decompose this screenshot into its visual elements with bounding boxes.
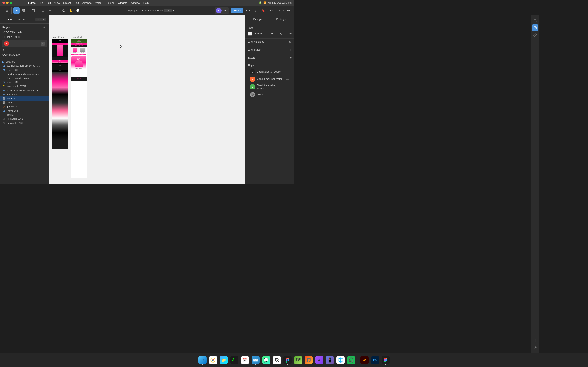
file-name[interactable]: EDM Design Plan [142,9,163,12]
page-item-4[interactable]: OOR TOOLBOX [0,53,49,57]
frame-tool[interactable] [30,7,36,14]
text-icon-sand: T [2,113,5,116]
shape-tool[interactable]: □ [40,7,46,14]
menu-figma[interactable]: Figma [28,1,35,4]
fullscreen-button[interactable] [10,2,12,4]
type-button[interactable]: A↑ [268,8,274,14]
layer-name-l7: 052dd0c023d9db3d52448875... [7,89,47,92]
menu-plugins[interactable]: Plugins [106,1,114,4]
layer-frame230[interactable]: ⊞ Frame 230 [0,92,49,96]
component-tool[interactable] [61,7,67,14]
present-button[interactable]: ▷ [253,8,259,14]
pen-tool[interactable] [47,7,53,14]
spell-plugin-close[interactable]: — [286,85,289,89]
layer-name-rect5162: Rectangle 5162 [7,118,47,120]
tab-assets[interactable]: Assets [15,17,27,22]
share-button[interactable]: Share [231,8,243,13]
local-styles-row: Local styles + [248,48,292,51]
plugin-item-spell[interactable]: S Check for spelling mistakes. — [248,83,292,91]
layer-text1[interactable]: T Don't miss your chance for ea... [0,72,49,76]
add-export[interactable]: + [290,56,292,59]
svg-rect-11 [4,99,5,100]
left-panel: Layers Assets NEXUS Pages + HYDREN/bruce… [0,16,49,184]
bookmark-button[interactable]: 🔖 [260,8,267,14]
page-color-swatch[interactable] [248,32,252,36]
pixels-plugin-close[interactable]: — [286,93,289,96]
plugin-item-marka[interactable]: M Marka Email Generator — [248,75,292,83]
email1-thumbnail[interactable]: BLACKFRIDAY IS COMING... GET EARLY ACCES… [52,39,68,149]
zoom-dropdown[interactable]: ▾ [283,9,284,12]
tool-group-shape: □ T ✋ 💬 [39,7,82,14]
layer-frame254[interactable]: ⊞ Frame 254 [0,109,49,113]
page-item-2[interactable]: PLEMENT MART [0,35,49,39]
menu-vector[interactable]: Vector [95,1,103,4]
layer-text2[interactable]: T This is going to be our [0,76,49,80]
page-item-1[interactable]: HYDREN/bruce bolt [0,30,49,35]
zoom-level[interactable]: 13% [276,9,281,12]
move-tool[interactable] [13,7,20,14]
tab-layers[interactable]: Layers [2,17,15,22]
comment-tool[interactable]: 💬 [75,7,81,14]
layer-name-text2: This is going to be our [7,77,47,79]
add-local-style[interactable]: + [290,48,292,51]
svg-rect-13 [4,101,5,102]
visibility-toggle[interactable]: 👁 [270,31,276,37]
pause-button[interactable]: ⏸ [41,42,45,46]
menu-object[interactable]: Object [63,1,71,4]
menu-help[interactable]: Help [143,1,149,4]
menu-view[interactable]: View [54,1,60,4]
close-color-icon[interactable]: ✕ [277,31,284,37]
select-tool[interactable] [20,7,27,14]
canvas[interactable]: Email #1 - R... BLACKFRIDAY IS COMING...… [49,16,245,184]
marka-plugin-close[interactable]: — [286,77,289,81]
menu-edit[interactable]: Edit [46,1,51,4]
plugin-section: Plugin Open Noise & Texture — M Marka Em… [245,62,294,100]
layer-frame231[interactable]: ⊞ Frame 231 [0,68,49,72]
text-tool[interactable]: T [54,7,60,14]
email2-thumbnail[interactable]: 40% EVERYTHING! YES! I WANT 40% OFF BEST… [71,39,87,178]
page-item-3[interactable]: S [0,48,49,53]
layer-rect5162[interactable]: □ Rectangle 5162 [0,117,49,121]
rect-icon-5161: □ [2,122,5,124]
menu-arrange[interactable]: Arrange [82,1,92,4]
user-avatar[interactable]: K [216,8,222,13]
export-row: Export + [248,56,292,59]
dropdown-icon[interactable]: ▾ [173,9,174,12]
home-button[interactable]: ⌂ [4,7,10,14]
code-button[interactable]: </> [245,8,251,14]
noise-plugin-close[interactable]: — [286,70,289,73]
project-name[interactable]: Team project [123,9,138,12]
plugin-item-noise[interactable]: Open Noise & Texture — [248,68,292,75]
email1-container[interactable]: Email #1 - R... BLACKFRIDAY IS COMING...… [52,36,68,149]
breadcrumb-separator: / [140,9,140,12]
tab-prototype[interactable]: Prototype [270,16,294,23]
minimize-button[interactable] [6,2,9,4]
local-variables-settings[interactable]: ⚙ [289,40,292,43]
layer-l1[interactable]: ⊞ 052dd0c023d9db3d52448875... [0,64,49,68]
avatar-dropdown[interactable]: ▾ [222,8,228,14]
layer-email1[interactable]: ⊞ Email #1 [0,60,49,64]
more-options[interactable]: ⋯ [285,8,292,14]
layer-text3[interactable]: T biggest sale EVER [0,84,49,88]
hand-tool[interactable]: ✋ [68,7,74,14]
email2-container[interactable]: Email #2 - L... 40% EVERYTHING! YES! I W… [71,36,87,178]
tab-design[interactable]: Design [245,16,270,23]
add-page-button[interactable]: + [42,25,46,29]
toolbar: ⌂ □ T ✋ 💬 Team project / EDM Design Plan… [0,6,294,16]
menu-widgets[interactable]: Widgets [118,1,127,4]
title-right: 🔋 📶 Mon 28 Oct 12:40 pm [259,1,292,4]
menu-window[interactable]: Window [131,1,140,4]
close-button[interactable] [2,2,5,4]
layer-group[interactable]: Group [0,100,49,105]
layer-iphone14[interactable]: Iphone 14 - 1 [0,105,49,109]
layer-sand1[interactable]: T sand 1 [0,113,49,117]
layer-pngegg[interactable]: ⊞ pngegg (1) 1 [0,80,49,84]
menu-file[interactable]: File [39,1,43,4]
nexus-button[interactable]: NEXUS [35,18,46,21]
menu-text[interactable]: Text [74,1,79,4]
free-badge: Free [164,9,172,12]
layer-group3[interactable]: Group 3 [0,96,49,100]
layer-l7[interactable]: ⊞ 052dd0c023d9db3d52448875... [0,88,49,92]
plugin-item-pixels[interactable]: Pixels — [248,91,292,98]
layer-rect5161[interactable]: □ Rectangle 5161 [0,121,49,125]
